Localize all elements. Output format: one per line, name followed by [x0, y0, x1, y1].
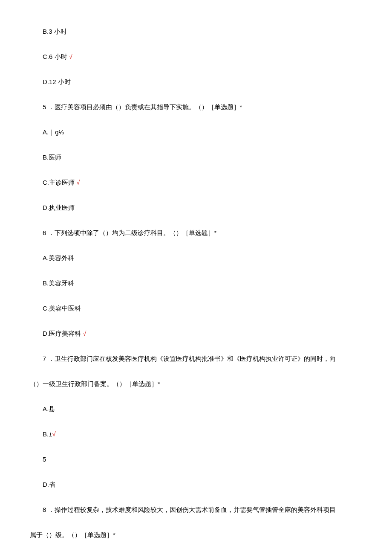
option-text: 5: [43, 456, 46, 463]
question-text: 6 ．下列选项中除了（）均为二级诊疗科目。（）［单选题］*: [43, 229, 216, 236]
q7-option-a: A.县: [30, 403, 362, 415]
check-mark: √: [69, 53, 72, 60]
option-text: C.6 小时: [43, 53, 69, 60]
q5-option-d: D.执业医师: [30, 202, 362, 213]
option-d: D.12 小时: [30, 76, 362, 87]
option-text: D.省: [43, 481, 55, 488]
q6-option-b: B.美容牙科: [30, 277, 362, 289]
question-text: 7 ．卫生行政部门应在核发美容医疗机构《设置医疗机构批准书》和《医疗机构执业许可…: [43, 355, 336, 362]
option-text: B.美容牙科: [43, 279, 74, 287]
q5-option-a: A.｜g⅛: [30, 126, 362, 138]
option-text: D.12 小时: [43, 78, 71, 85]
question-text: （）一级卫生行政部门备案。（）［单选题］*: [30, 380, 160, 387]
option-text: C.美容中医科: [43, 305, 81, 312]
option-b: B.3 小时: [30, 26, 362, 37]
question-text: 8 ．操作过程较复杂，技术难度和风险较大，因创伤大需术前备血，并需要气管插管全麻…: [43, 506, 336, 513]
check-mark: √: [52, 430, 55, 438]
question-5: 5 ．医疗美容项目必须由（）负责或在其指导下实施。（）［单选题］*: [30, 101, 362, 113]
question-6: 6 ．下列选项中除了（）均为二级诊疗科目。（）［单选题］*: [30, 227, 362, 238]
option-text: A.县: [43, 405, 55, 413]
q7-option-d: D.省: [30, 479, 362, 490]
option-text: D.执业医师: [43, 204, 75, 211]
check-mark: √: [83, 330, 86, 337]
q6-option-d: D.医疗美容科 √: [30, 328, 362, 339]
q5-option-c: C.主诊医师 √: [30, 177, 362, 188]
question-8-line2: 属于（）级。（）［单选题］*: [30, 529, 362, 540]
q6-option-c: C.美容中医科: [30, 302, 362, 314]
option-text: B.3 小时: [43, 28, 67, 35]
question-7-line1: 7 ．卫生行政部门应在核发美容医疗机构《设置医疗机构批准书》和《医疗机构执业许可…: [30, 353, 362, 364]
option-text: A.｜g⅛: [43, 128, 64, 136]
option-text: B.医师: [43, 154, 61, 161]
option-text: D.医疗美容科: [43, 330, 83, 337]
question-8-line1: 8 ．操作过程较复杂，技术难度和风险较大，因创伤大需术前备血，并需要气管插管全麻…: [30, 504, 362, 515]
q6-option-a: A.美容外科: [30, 252, 362, 264]
option-text: C.主诊医师: [43, 179, 76, 186]
question-text: 属于（）级。（）［单选题］*: [30, 531, 115, 538]
q7-option-c: 5: [30, 453, 362, 465]
option-c: C.6 小时 √: [30, 51, 362, 62]
question-7-line2: （）一级卫生行政部门备案。（）［单选题］*: [30, 378, 362, 389]
q7-option-b: B.±√: [30, 428, 362, 440]
option-text: B.±: [43, 430, 52, 438]
question-text: 5 ．医疗美容项目必须由（）负责或在其指导下实施。（）［单选题］*: [43, 103, 242, 110]
check-mark: √: [76, 179, 80, 186]
option-text: A.美容外科: [43, 254, 74, 262]
q5-option-b: B.医师: [30, 151, 362, 163]
